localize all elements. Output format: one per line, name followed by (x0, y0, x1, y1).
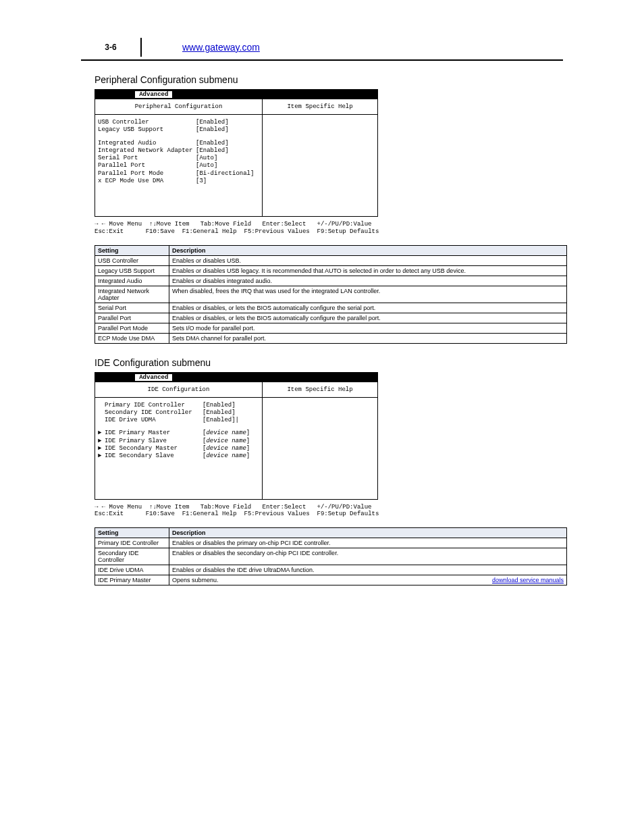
bios1-row: Parallel Port[Auto] (98, 162, 259, 170)
bios1-row: Legacy USB Support[Enabled] (98, 126, 259, 134)
bios-box-peripheral: Advanced Peripheral Configuration Item S… (95, 89, 378, 217)
triangle-right-icon: ► (98, 452, 105, 460)
bios-tab-advanced[interactable]: Advanced (135, 91, 172, 98)
bios1-row: Integrated Network Adapter[Enabled] (98, 147, 259, 155)
header-link-cell: www.gateway.com (142, 38, 260, 57)
bios2-row: ►IDE Secondary Master[device name] (98, 445, 259, 452)
header-link[interactable]: www.gateway.com (182, 42, 260, 53)
bios2-row: ►IDE Primary Master[device name] (98, 429, 259, 437)
download-service-manuals-link[interactable]: download service manuals (492, 577, 564, 583)
bios2-row: Secondary IDE Controller[Enabled] (98, 409, 259, 417)
bios2-row: Primary IDE Controller[Enabled] (98, 402, 259, 409)
table-peripheral: SettingDescription USB ControllerEnables… (95, 245, 567, 344)
triangle-right-icon: ► (98, 438, 105, 445)
nav-help-1: → ← Move Menu ↑↓Move Item Tab:Move Field… (95, 221, 378, 236)
bios1-row: Integrated Audio[Enabled] (98, 140, 259, 147)
bios-tab-advanced2[interactable]: Advanced (135, 374, 172, 381)
bios-subheader1-right: Item Specific Help (263, 99, 377, 114)
page-header: 3-6 www.gateway.com (81, 14, 563, 61)
bios-tab-before2 (98, 374, 135, 381)
bios-body1: USB Controller[Enabled] Legacy USB Suppo… (95, 115, 377, 216)
bios-subheader2-left: IDE Configuration (95, 382, 263, 397)
section2-title: IDE Configuration submenu (95, 357, 549, 368)
bios1-row: Parallel Port Mode[Bi-directional] (98, 170, 259, 178)
nav-help-2: → ← Move Menu ↑↓Move Item Tab:Move Field… (95, 504, 378, 519)
page-number: 3-6 (81, 38, 142, 57)
triangle-right-icon: ► (98, 429, 105, 437)
bios-subheader2: IDE Configuration Item Specific Help (95, 382, 377, 398)
footer-link-cell: Opens submenu.download service manuals (169, 575, 567, 585)
bios-body2: Primary IDE Controller[Enabled] Secondar… (95, 398, 377, 499)
bios-box-ide: Advanced IDE Configuration Item Specific… (95, 372, 378, 500)
bios2-row: ►IDE Primary Slave[device name] (98, 438, 259, 445)
th-desc2: Description (169, 528, 567, 538)
bios-subheader1-left: Peripheral Configuration (95, 99, 263, 114)
th-setting: Setting (95, 245, 169, 255)
bios1-row: USB Controller[Enabled] (98, 119, 259, 126)
bios1-row: x ECP Mode Use DMA[3] (98, 178, 259, 185)
bios-tabbar2: Advanced (95, 373, 377, 382)
triangle-right-icon: ► (98, 445, 105, 452)
bios2-row: IDE Drive UDMA[Enabled]| (98, 417, 259, 424)
bios-subheader1: Peripheral Configuration Item Specific H… (95, 99, 377, 115)
bios-subheader2-right: Item Specific Help (263, 382, 377, 397)
th-desc: Description (169, 245, 567, 255)
table-ide: SettingDescription Primary IDE Controlle… (95, 527, 567, 585)
th-setting2: Setting (95, 528, 169, 538)
bios-tabbar: Advanced (95, 90, 377, 99)
bios-tab-before (98, 91, 135, 98)
section1-title: Peripheral Configuration submenu (95, 74, 549, 85)
bios1-row: Serial Port[Auto] (98, 155, 259, 162)
bios2-row: ►IDE Secondary Slave[device name] (98, 452, 259, 460)
